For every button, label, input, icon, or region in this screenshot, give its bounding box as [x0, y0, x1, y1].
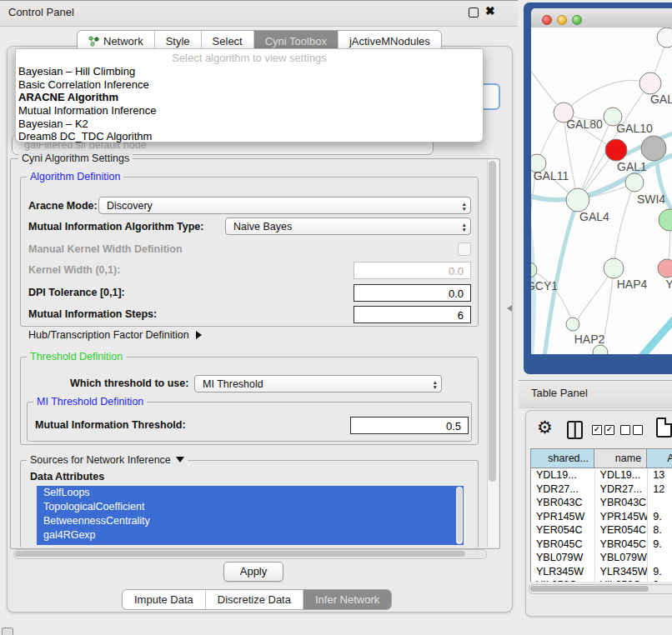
table-cell: YLR345W [531, 565, 594, 579]
table-cell [647, 551, 672, 565]
mi-threshold-field[interactable]: 0.5 [350, 417, 469, 434]
close-traffic-light-icon[interactable] [542, 15, 552, 25]
split-collapse-icon[interactable] [507, 305, 512, 312]
tab-label: Network [103, 35, 143, 48]
attribute-item[interactable]: gal4RGexp [37, 528, 464, 542]
table-cell: 13 [647, 468, 672, 482]
network-edge[interactable] [614, 185, 634, 268]
network-node-y[interactable] [658, 259, 672, 278]
algorithm-option[interactable]: Mutual Information Inference [16, 104, 483, 118]
manual-kernel-label: Manual Kernel Width Definition [28, 243, 183, 255]
which-threshold-label: Which threshold to use: [70, 378, 188, 389]
settings-vertical-scrollbar-thumb[interactable] [489, 161, 496, 482]
deselect-checkbox-icon[interactable] [620, 425, 630, 435]
network-canvas[interactable]: GALGAL80GAL10GAL1GAL11SWI4GAL4HAP4YGCY1H… [531, 28, 672, 354]
network-node[interactable] [593, 345, 608, 354]
control-panel-titlebar [0, 0, 518, 27]
columns-icon[interactable] [567, 421, 583, 439]
sources-group-title[interactable]: Sources for Network Inference [27, 454, 188, 466]
attributes-scrollbar-thumb[interactable] [457, 488, 462, 542]
table-cell: YBR043C [594, 496, 648, 510]
apply-button[interactable]: Apply [223, 562, 283, 582]
node-label: GAL1 [617, 160, 647, 173]
table-row[interactable]: YPR145WYPR145W9. [531, 510, 672, 524]
manual-kernel-checkbox[interactable] [458, 242, 471, 256]
zoom-traffic-light-icon[interactable] [572, 15, 582, 25]
algorithm-option[interactable]: Bayesian – K2 [16, 118, 483, 131]
minimize-traffic-light-icon[interactable] [557, 15, 567, 25]
algorithm-option[interactable]: ARACNE Algorithm [16, 91, 483, 104]
mi-type-label: Mutual Information Algorithm Type: [28, 221, 203, 232]
table-panel-title: Table Panel [531, 387, 588, 399]
network-node-gal1[interactable] [605, 139, 627, 161]
network-node-hap2[interactable] [566, 318, 579, 331]
hub-definition-expander[interactable]: Hub/Transcription Factor Definition [28, 329, 202, 341]
tab-label: Select [213, 35, 243, 48]
network-node-gal[interactable] [639, 72, 661, 94]
table-row[interactable]: YDR27...YDR27...12 [531, 482, 672, 497]
deselect-checkbox-icon-2[interactable] [633, 425, 643, 435]
table-column-header[interactable]: A [646, 449, 672, 468]
network-node-swi4[interactable] [625, 173, 644, 192]
tab-discretize-data[interactable]: Discretize Data [205, 590, 303, 609]
table-row[interactable]: YIL052CYIL052C9. [531, 578, 672, 582]
table-cell: 8. [647, 523, 672, 538]
which-threshold-select[interactable]: MI Threshold ▲▼ [194, 375, 442, 392]
network-node-gal4[interactable] [566, 188, 589, 212]
mi-type-select[interactable]: Naive Bayes ▲▼ [225, 218, 471, 235]
network-node[interactable] [641, 136, 666, 161]
data-attributes-list[interactable]: SelfLoopsTopologicalCoefficientBetweenne… [37, 486, 464, 545]
table-column-header[interactable]: name [594, 449, 646, 468]
table-column-header[interactable]: shared... [531, 449, 594, 468]
minimized-panel-icon[interactable] [2, 628, 13, 635]
network-edge[interactable] [638, 308, 672, 354]
network-node-hap4[interactable] [604, 258, 624, 278]
network-node[interactable] [657, 28, 672, 48]
node-label: GAL80 [566, 118, 603, 131]
network-window-titlebar[interactable] [531, 8, 672, 28]
dpi-tolerance-label: DPI Tolerance [0,1]: [28, 287, 125, 298]
kernel-width-field[interactable]: 0.0 [354, 262, 471, 279]
node-label: HAP2 [574, 332, 605, 346]
network-edge[interactable] [564, 81, 650, 112]
aracne-mode-select[interactable]: Discovery ▲▼ [98, 197, 471, 214]
table-cell: YLR345W [594, 565, 648, 579]
mi-steps-field[interactable]: 6 [354, 306, 471, 323]
tab-impute-data[interactable]: Impute Data [123, 590, 205, 609]
dpi-tolerance-field[interactable]: 0.0 [354, 284, 471, 302]
network-node[interactable] [659, 209, 672, 231]
table-cell: YDR27... [594, 482, 648, 497]
attribute-item[interactable]: TopologicalCoefficient [37, 500, 464, 514]
tab-infer-network[interactable]: Infer Network [303, 590, 391, 609]
table-row[interactable]: YER054CYER054C8. [531, 523, 672, 538]
table-cell: 9. [647, 565, 672, 579]
aracne-mode-value: Discovery [107, 200, 153, 212]
select-all-checkbox-icon-2[interactable]: ✓ [604, 425, 614, 435]
node-label: GAL [650, 92, 672, 106]
algorithm-option[interactable]: Bayesian – Hill Climbing [16, 65, 483, 78]
table-row[interactable]: YBL079WYBL079W [531, 551, 672, 565]
table-row[interactable]: YLR345WYLR345W9. [531, 565, 672, 579]
attribute-item[interactable]: BetweennessCentrality [37, 514, 464, 528]
network-node-gcy1[interactable] [531, 262, 537, 278]
gear-icon[interactable]: ⚙ [537, 418, 553, 438]
table-horizontal-scrollbar-thumb[interactable] [530, 586, 649, 592]
check-mark-icon: ✓ [594, 425, 600, 433]
table-row[interactable]: YBR043CYBR043C [531, 496, 672, 510]
close-icon[interactable]: ✖ [485, 4, 495, 18]
mi-threshold-group-title: MI Threshold Definition [33, 396, 147, 408]
threshold-definition-title: Threshold Definition [27, 351, 126, 362]
table-cell: YER054C [531, 523, 594, 538]
algorithm-option[interactable]: Basic Correlation Inference [16, 78, 483, 92]
float-window-icon[interactable] [469, 8, 479, 18]
node-label: HAP4 [617, 278, 648, 291]
settings-horizontal-scrollbar-thumb[interactable] [15, 551, 465, 557]
algorithm-definition-title: Algorithm Definition [27, 171, 123, 182]
attribute-item[interactable]: SelfLoops [37, 486, 464, 500]
algorithm-option[interactable]: Dream8 DC_TDC Algorithm [16, 130, 483, 143]
table-row[interactable]: YDL19...YDL19...13 [531, 468, 672, 482]
stepper-icon: ▲▼ [433, 376, 438, 393]
export-table-icon[interactable] [656, 418, 672, 438]
table-row[interactable]: YBR045CYBR045C9. [531, 538, 672, 552]
select-all-checkbox-icon[interactable]: ✓ [592, 425, 602, 435]
